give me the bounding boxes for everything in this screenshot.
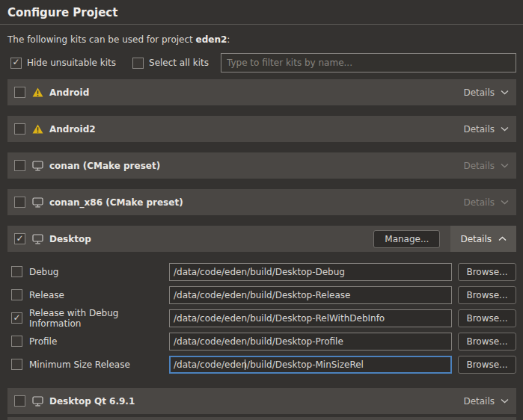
select-all-kits-label: Select all kits <box>149 58 209 68</box>
manage-button[interactable]: Manage... <box>373 230 440 248</box>
kit-row-android[interactable]: Android Details <box>7 79 516 105</box>
details-label: Details <box>463 124 495 135</box>
config-row-minsizerel: Minimum Size Release Browse... <box>11 355 516 374</box>
desktop-icon <box>32 197 43 208</box>
kit-android-checkbox[interactable] <box>14 87 25 98</box>
kit-name: conan_x86 (CMake preset) <box>49 197 183 208</box>
details-button-android[interactable]: Details <box>463 87 509 98</box>
config-minsizerel-checkbox[interactable] <box>11 359 22 370</box>
kit-row-android2[interactable]: Android2 Details <box>7 116 516 142</box>
config-release-checkbox[interactable] <box>11 289 22 300</box>
kit-name: Android <box>49 87 89 98</box>
config-row-debug: Debug Browse... <box>11 262 516 281</box>
kit-conan-x86-checkbox[interactable] <box>14 197 25 208</box>
config-label: Release <box>29 290 169 300</box>
desktop-icon <box>32 161 43 171</box>
kit-android2-checkbox[interactable] <box>14 123 25 135</box>
details-label: Details <box>463 197 495 208</box>
details-label: Details <box>463 396 495 407</box>
config-label: Debug <box>29 267 169 277</box>
select-all-kits-checkbox[interactable] <box>132 58 144 69</box>
config-row-relwithdebinfo: Release with Debug Information Browse... <box>11 309 516 327</box>
config-debug-checkbox[interactable] <box>11 266 22 277</box>
details-label: Details <box>463 87 495 98</box>
browse-button[interactable]: Browse... <box>458 309 516 327</box>
config-label: Minimum Size Release <box>29 359 169 370</box>
browse-button[interactable]: Browse... <box>458 356 516 374</box>
kit-name: Desktop Qt 6.9.1 <box>49 396 135 407</box>
kit-row-conan-x86[interactable]: conan_x86 (CMake preset) Details <box>7 189 516 215</box>
config-debug-path-input[interactable] <box>169 263 452 281</box>
window-header: Configure Project <box>0 0 523 25</box>
desktop-icon <box>32 396 43 407</box>
details-label: Details <box>460 234 492 244</box>
config-label: Profile <box>29 336 169 347</box>
intro-prefix: The following kits can be used for proje… <box>7 34 196 45</box>
hide-unsuitable-kits-label: Hide unsuitable kits <box>27 58 116 68</box>
desktop-icon <box>32 234 43 244</box>
kit-name: conan (CMake preset) <box>49 161 160 171</box>
browse-button[interactable]: Browse... <box>458 333 516 350</box>
next-kit-row-partial[interactable] <box>7 417 516 420</box>
config-release-path-input[interactable] <box>169 286 452 304</box>
config-minsizerel-path-input[interactable] <box>169 356 452 374</box>
chevron-down-icon <box>501 126 509 132</box>
kit-desktop-checkbox[interactable] <box>14 233 25 244</box>
details-button-conan[interactable]: Details <box>463 161 509 171</box>
hide-unsuitable-kits-option[interactable]: Hide unsuitable kits <box>10 58 116 69</box>
details-button-android2[interactable]: Details <box>463 124 509 135</box>
kit-row-conan[interactable]: conan (CMake preset) Details <box>7 152 516 179</box>
kit-filter-input[interactable] <box>221 53 516 72</box>
config-row-release: Release Browse... <box>11 285 516 304</box>
details-button-desktop[interactable]: Details <box>450 226 516 252</box>
desktop-build-configs: Debug Browse... Release Browse... Releas… <box>11 262 516 374</box>
project-name: eden2 <box>196 34 227 45</box>
intro-suffix: : <box>227 34 230 45</box>
intro-text: The following kits can be used for proje… <box>7 34 516 45</box>
page-title: Configure Project <box>7 6 523 19</box>
kit-desktop-qt-checkbox[interactable] <box>14 395 25 407</box>
browse-button[interactable]: Browse... <box>458 286 516 304</box>
config-relwithdebinfo-path-input[interactable] <box>169 309 452 327</box>
kit-list: Android Details Android2 Details conan (… <box>7 79 516 414</box>
warning-icon <box>32 87 43 97</box>
kit-name: Desktop <box>49 234 91 244</box>
chevron-down-icon <box>501 398 509 404</box>
config-relwithdebinfo-checkbox[interactable] <box>11 312 22 324</box>
browse-button[interactable]: Browse... <box>458 263 516 281</box>
kit-filter-controls: Hide unsuitable kits Select all kits <box>10 53 516 72</box>
config-label: Release with Debug Information <box>29 308 169 329</box>
select-all-kits-option[interactable]: Select all kits <box>132 58 209 69</box>
config-profile-path-input[interactable] <box>169 333 452 350</box>
chevron-down-icon <box>501 200 509 205</box>
chevron-down-icon <box>501 163 509 168</box>
details-button-desktop-qt[interactable]: Details <box>463 396 509 407</box>
kit-name: Android2 <box>49 124 96 135</box>
text-caret <box>245 359 245 370</box>
chevron-down-icon <box>501 90 509 95</box>
warning-icon <box>32 124 43 134</box>
chevron-up-icon <box>498 236 507 241</box>
kit-row-desktop[interactable]: Desktop Manage... Details <box>7 226 516 252</box>
config-row-profile: Profile Browse... <box>11 332 516 350</box>
kit-conan-checkbox[interactable] <box>14 160 25 171</box>
hide-unsuitable-kits-checkbox[interactable] <box>10 58 22 69</box>
details-button-conan-x86[interactable]: Details <box>463 197 509 208</box>
config-profile-checkbox[interactable] <box>11 336 22 347</box>
kit-row-desktop-qt[interactable]: Desktop Qt 6.9.1 Details <box>7 388 516 414</box>
details-label: Details <box>463 161 495 171</box>
